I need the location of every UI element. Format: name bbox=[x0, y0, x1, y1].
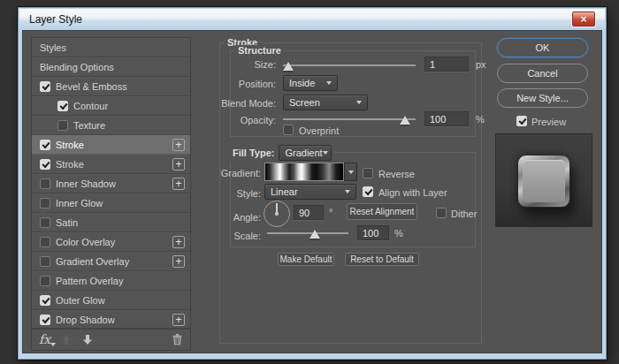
effects-list-rows: StylesBlending OptionsBevel & EmbossCont… bbox=[32, 38, 190, 330]
fx-menu-button[interactable]: fx bbox=[39, 332, 50, 346]
add-effect-icon[interactable]: + bbox=[172, 314, 185, 326]
opacity-label: Opacity: bbox=[205, 115, 276, 125]
scale-slider-track[interactable] bbox=[267, 232, 348, 234]
position-dropdown[interactable]: Inside bbox=[283, 75, 338, 91]
add-effect-icon[interactable]: + bbox=[172, 139, 185, 151]
sidebar-item-label: Bevel & Emboss bbox=[56, 81, 127, 92]
reset-to-default-label: Reset to Default bbox=[350, 254, 414, 264]
sidebar-item-stroke[interactable]: Stroke+ bbox=[32, 135, 190, 155]
angle-dial-center-dot bbox=[275, 212, 279, 216]
size-slider[interactable] bbox=[283, 60, 416, 71]
fill-type-dropdown[interactable]: Gradient bbox=[279, 145, 332, 161]
cancel-button[interactable]: Cancel bbox=[497, 64, 588, 83]
sidebar-item-label: Contour bbox=[73, 101, 108, 111]
structure-group-title: Structure bbox=[235, 45, 284, 56]
preview-checkbox[interactable] bbox=[516, 116, 527, 126]
reset-alignment-label: Reset Alignment bbox=[350, 207, 415, 216]
sidebar-item-gradient-overlay[interactable]: Gradient Overlay+ bbox=[32, 252, 190, 271]
add-effect-icon[interactable]: + bbox=[172, 158, 185, 171]
gradient-swatch[interactable] bbox=[264, 163, 344, 181]
delete-effect-button[interactable] bbox=[172, 333, 183, 345]
effect-enabled-checkbox[interactable] bbox=[40, 276, 50, 286]
effect-enabled-checkbox[interactable] bbox=[57, 120, 68, 131]
effect-enabled-checkbox[interactable] bbox=[40, 295, 50, 306]
add-effect-icon[interactable]: + bbox=[172, 178, 185, 190]
effect-enabled-checkbox[interactable] bbox=[40, 178, 50, 189]
sidebar-item-color-overlay[interactable]: Color Overlay+ bbox=[32, 232, 190, 252]
sidebar-item-pattern-overlay[interactable]: Pattern Overlay bbox=[32, 271, 190, 291]
sidebar-item-blending-options[interactable]: Blending Options bbox=[32, 57, 190, 77]
position-value: Inside bbox=[289, 78, 315, 88]
close-button[interactable]: × bbox=[572, 11, 595, 27]
effect-enabled-checkbox[interactable] bbox=[40, 159, 50, 170]
sidebar-item-outer-glow[interactable]: Outer Glow bbox=[32, 291, 190, 310]
titlebar[interactable]: Layer Style × bbox=[19, 9, 605, 30]
effect-enabled-checkbox[interactable] bbox=[40, 315, 50, 325]
add-effect-icon[interactable]: + bbox=[172, 236, 185, 248]
sidebar-item-drop-shadow[interactable]: Drop Shadow+ bbox=[32, 310, 190, 330]
align-with-layer-checkbox[interactable] bbox=[363, 186, 373, 197]
move-effect-down-button[interactable] bbox=[82, 334, 93, 345]
style-preview-pane bbox=[495, 133, 592, 227]
sidebar-item-texture[interactable]: Texture bbox=[32, 116, 190, 135]
reset-alignment-button[interactable]: Reset Alignment bbox=[347, 203, 417, 220]
size-slider-thumb[interactable] bbox=[283, 62, 294, 71]
style-dropdown[interactable]: Linear bbox=[264, 184, 356, 200]
ok-button[interactable]: OK bbox=[497, 38, 588, 57]
reverse-checkbox[interactable] bbox=[363, 168, 373, 178]
effect-enabled-checkbox[interactable] bbox=[40, 140, 50, 150]
effect-enabled-checkbox[interactable] bbox=[40, 256, 50, 267]
move-effect-up-button[interactable] bbox=[61, 334, 72, 345]
angle-input[interactable] bbox=[294, 205, 324, 220]
opacity-slider-track[interactable] bbox=[283, 118, 416, 120]
fx-label: fx bbox=[39, 332, 50, 346]
size-label: Size: bbox=[205, 59, 276, 70]
dither-checkbox[interactable] bbox=[436, 208, 447, 218]
sidebar-item-inner-shadow[interactable]: Inner Shadow+ bbox=[32, 174, 190, 193]
new-style-label: New Style... bbox=[516, 93, 569, 103]
gradient-picker-button[interactable] bbox=[344, 163, 357, 181]
desktop-background: Layer Style × StylesBlending OptionsBeve… bbox=[0, 0, 619, 364]
reset-to-default-button[interactable]: Reset to Default bbox=[345, 253, 419, 266]
effects-list: StylesBlending OptionsBevel & EmbossCont… bbox=[31, 37, 191, 351]
size-slider-track[interactable] bbox=[283, 64, 416, 66]
sidebar-item-inner-glow[interactable]: Inner Glow bbox=[32, 193, 190, 213]
fx-menu-arrow-icon bbox=[50, 343, 56, 346]
sidebar-item-stroke-2[interactable]: Stroke+ bbox=[32, 155, 190, 174]
effects-list-footer: fx bbox=[32, 328, 190, 350]
sidebar-item-styles[interactable]: Styles bbox=[32, 38, 190, 57]
effect-enabled-checkbox[interactable] bbox=[40, 81, 50, 92]
blend-mode-label: Blend Mode: bbox=[187, 98, 276, 109]
opacity-slider-thumb[interactable] bbox=[400, 116, 410, 125]
gradient-label: Gradient: bbox=[199, 168, 261, 178]
style-preview-thumbnail-face bbox=[523, 160, 565, 202]
new-style-button[interactable]: New Style... bbox=[497, 88, 588, 108]
effect-enabled-checkbox[interactable] bbox=[40, 217, 50, 228]
scale-slider-thumb[interactable] bbox=[310, 230, 320, 239]
overprint-checkbox[interactable] bbox=[283, 125, 294, 135]
opacity-slider[interactable] bbox=[283, 114, 416, 125]
size-input[interactable] bbox=[424, 57, 469, 72]
blend-mode-dropdown[interactable]: Screen bbox=[283, 95, 368, 110]
effect-enabled-checkbox[interactable] bbox=[40, 198, 50, 209]
preview-label: Preview bbox=[531, 117, 566, 127]
make-default-button[interactable]: Make Default bbox=[278, 253, 334, 266]
make-default-label: Make Default bbox=[280, 254, 332, 264]
opacity-input[interactable] bbox=[424, 111, 469, 126]
sidebar-item-contour[interactable]: Contour bbox=[32, 96, 190, 116]
add-effect-icon[interactable]: + bbox=[172, 255, 185, 268]
scale-label: Scale: bbox=[199, 231, 261, 241]
effect-enabled-checkbox[interactable] bbox=[57, 101, 68, 111]
sidebar-item-bevel-emboss[interactable]: Bevel & Emboss bbox=[32, 77, 190, 96]
scale-slider[interactable] bbox=[267, 228, 348, 239]
scale-input[interactable] bbox=[357, 225, 389, 240]
window-title: Layer Style bbox=[19, 13, 82, 26]
position-label: Position: bbox=[205, 79, 276, 89]
arrow-down-icon bbox=[82, 334, 93, 345]
angle-dial[interactable] bbox=[264, 201, 290, 227]
size-unit: px bbox=[476, 59, 486, 70]
effect-enabled-checkbox[interactable] bbox=[40, 237, 50, 247]
sidebar-item-label: Gradient Overlay bbox=[56, 256, 129, 267]
sidebar-item-satin[interactable]: Satin bbox=[32, 213, 190, 232]
align-with-layer-label: Align with Layer bbox=[378, 187, 447, 198]
